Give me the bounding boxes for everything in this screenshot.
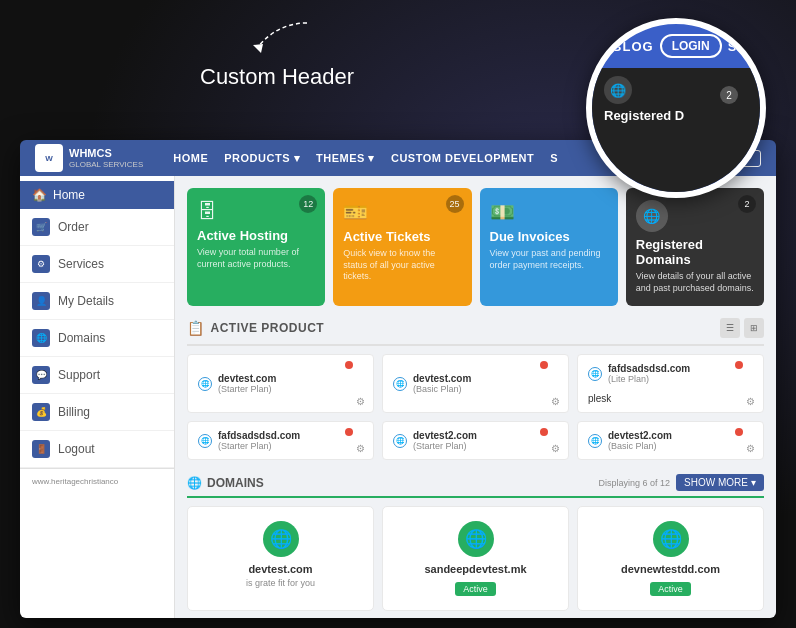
nav-home[interactable]: HOME — [173, 152, 208, 164]
product-gear-icon[interactable]: ⚙ — [551, 396, 560, 407]
circle-magnifier: BLOG LOGIN SI 2 🌐 Registered D — [586, 18, 766, 198]
product-gear-icon[interactable]: ⚙ — [551, 443, 560, 454]
card-active-tickets[interactable]: 25 🎫 Active Tickets Quick view to know t… — [333, 188, 471, 306]
active-product-title-text: ACTIVE PRODUCT — [211, 321, 325, 335]
domains-actions: Displaying 6 of 12 SHOW MORE ▾ — [599, 474, 764, 491]
logo-area: W WHMCS GLOBAL SERVICES — [35, 144, 143, 172]
invoices-title: Due Invoices — [490, 229, 608, 244]
product-status-dot — [540, 361, 548, 369]
logo-icon: W — [35, 144, 63, 172]
product-domain: devtest2.com — [608, 430, 672, 441]
nav-custom-dev[interactable]: CUSTOM DEVELOPMENT — [391, 152, 534, 164]
sidebar-item-domains[interactable]: 🌐 Domains — [20, 320, 174, 357]
product-item[interactable]: 🌐 devtest2.com (Starter Plan) ⚙ — [382, 421, 569, 460]
product-domain: devtest.com — [218, 373, 276, 384]
order-icon: 🛒 — [32, 218, 50, 236]
product-item[interactable]: 🌐 fafdsadsdsd.com (Lite Plan) ⚙ plesk — [577, 354, 764, 413]
product-gear-icon[interactable]: ⚙ — [746, 396, 755, 407]
domain-card[interactable]: 🌐 sandeepdevtest.mk Active — [382, 506, 569, 611]
product-plan: (Starter Plan) — [413, 441, 477, 451]
product-item[interactable]: 🌐 devtest.com (Starter Plan) ⚙ — [187, 354, 374, 413]
billing-icon: 💰 — [32, 403, 50, 421]
domains-title-text: DOMAINS — [207, 476, 264, 490]
product-status-dot — [345, 361, 353, 369]
card-active-hosting[interactable]: 12 🗄 Active Hosting View your total numb… — [187, 188, 325, 306]
product-www-icon: 🌐 — [588, 367, 602, 381]
annotation-arrow — [217, 18, 337, 58]
home-label: Home — [53, 188, 85, 202]
home-icon: 🏠 — [32, 188, 47, 202]
product-info: devtest2.com (Basic Plan) — [608, 430, 672, 451]
product-plan: (Lite Plan) — [608, 374, 690, 384]
sidebar-item-order[interactable]: 🛒 Order — [20, 209, 174, 246]
nav-products[interactable]: PRODUCTS ▾ — [224, 152, 300, 165]
services-label: Services — [58, 257, 104, 271]
product-info: fafdsadsdsd.com (Lite Plan) — [608, 363, 690, 384]
domains-section-header: 🌐 DOMAINS Displaying 6 of 12 SHOW MORE ▾ — [187, 474, 764, 498]
billing-label: Billing — [58, 405, 90, 419]
domain-cards: 🌐 devtest.com is grate fit for you 🌐 san… — [187, 506, 764, 611]
grid-btn-grid[interactable]: ⊞ — [744, 318, 764, 338]
main-content: 12 🗄 Active Hosting View your total numb… — [175, 176, 776, 618]
order-label: Order — [58, 220, 89, 234]
reg-domains-badge: 2 — [738, 195, 756, 213]
services-icon: ⚙ — [32, 255, 50, 273]
magnifier-registered-badge: 2 — [720, 86, 738, 104]
logout-icon: 🚪 — [32, 440, 50, 458]
domains-section: 🌐 DOMAINS Displaying 6 of 12 SHOW MORE ▾… — [187, 474, 764, 611]
domains-label: Domains — [58, 331, 105, 345]
active-product-title: 📋 ACTIVE PRODUCT — [187, 320, 324, 336]
domain-card[interactable]: 🌐 devnewtestdd.com Active — [577, 506, 764, 611]
sidebar-url: www.heritagechristianco — [20, 468, 174, 494]
product-status-dot — [735, 361, 743, 369]
card-registered-domains[interactable]: 2 🌐 Registered Domains View details of y… — [626, 188, 764, 306]
product-plan: (Starter Plan) — [218, 384, 276, 394]
logo-sub: GLOBAL SERVICES — [69, 160, 143, 169]
product-item[interactable]: 🌐 devtest.com (Basic Plan) ⚙ — [382, 354, 569, 413]
product-domain: fafdsadsdsd.com — [218, 430, 300, 441]
product-item[interactable]: 🌐 devtest2.com (Basic Plan) ⚙ — [577, 421, 764, 460]
card-due-invoices[interactable]: 💵 Due Invoices View your past and pendin… — [480, 188, 618, 306]
nav-themes[interactable]: THEMES ▾ — [316, 152, 375, 165]
product-info: devtest.com (Starter Plan) — [218, 373, 276, 394]
product-www-icon: 🌐 — [198, 434, 212, 448]
displaying-text: Displaying 6 of 12 — [599, 478, 671, 488]
domain-sub: is grate fit for you — [198, 578, 363, 588]
sidebar-item-support[interactable]: 💬 Support — [20, 357, 174, 394]
grid-btn-list[interactable]: ☰ — [720, 318, 740, 338]
show-more-button[interactable]: SHOW MORE ▾ — [676, 474, 764, 491]
logo-main: WHMCS — [69, 147, 143, 159]
product-gear-icon[interactable]: ⚙ — [746, 443, 755, 454]
active-product-header: 📋 ACTIVE PRODUCT ☰ ⊞ — [187, 318, 764, 346]
product-grid: 🌐 devtest.com (Starter Plan) ⚙ 🌐 devtest… — [187, 354, 764, 460]
product-www-icon: 🌐 — [198, 377, 212, 391]
sidebar-item-billing[interactable]: 💰 Billing — [20, 394, 174, 431]
product-item[interactable]: 🌐 fafdsadsdsd.com (Starter Plan) ⚙ — [187, 421, 374, 460]
custom-header-annotation: Custom Header — [200, 18, 354, 90]
domain-name: devnewtestdd.com — [588, 563, 753, 575]
domain-name: devtest.com — [198, 563, 363, 575]
show-more-label: SHOW MORE — [684, 477, 748, 488]
magnifier-login-btn[interactable]: LOGIN — [660, 34, 722, 58]
tickets-desc: Quick view to know the status of all you… — [343, 248, 461, 283]
sidebar-item-services[interactable]: ⚙ Services — [20, 246, 174, 283]
product-status-dot — [540, 428, 548, 436]
svg-marker-0 — [253, 44, 263, 53]
invoices-desc: View your past and pending order payment… — [490, 248, 608, 271]
sidebar-item-home[interactable]: 🏠 Home — [20, 181, 174, 209]
product-gear-icon[interactable]: ⚙ — [356, 443, 365, 454]
product-status-dot — [345, 428, 353, 436]
nav-s[interactable]: S — [550, 152, 558, 164]
sidebar-item-logout[interactable]: 🚪 Logout — [20, 431, 174, 468]
sidebar-item-mydetails[interactable]: 👤 My Details — [20, 283, 174, 320]
product-info: devtest.com (Basic Plan) — [413, 373, 471, 394]
product-www-icon: 🌐 — [393, 434, 407, 448]
plesk-label: plesk — [588, 393, 611, 404]
mydetails-icon: 👤 — [32, 292, 50, 310]
product-status-dot — [735, 428, 743, 436]
product-info: fafdsadsdsd.com (Starter Plan) — [218, 430, 300, 451]
reg-domains-icon: 🌐 — [636, 200, 668, 232]
product-gear-icon[interactable]: ⚙ — [356, 396, 365, 407]
reg-domains-desc: View details of your all active and past… — [636, 271, 754, 294]
domain-card[interactable]: 🌐 devtest.com is grate fit for you — [187, 506, 374, 611]
